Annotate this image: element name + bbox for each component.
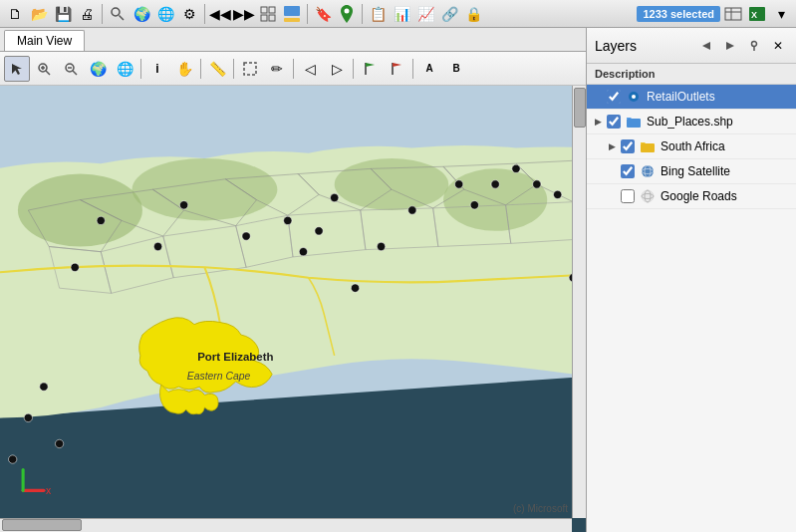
layer-icon-sa [639,137,657,155]
tool-save[interactable]: 💾 [52,3,74,25]
tool-globe1[interactable]: 🌍 [131,3,152,25]
selected-count-badge: 1233 selected [637,6,720,22]
svg-rect-21 [244,63,256,75]
layers-back-btn[interactable] [696,36,716,56]
layer-name-sa: South Africa [661,139,792,153]
map-sep6 [412,59,413,79]
layer-checkbox-bing[interactable] [621,164,635,178]
tool-more[interactable]: ▾ [770,3,792,25]
tool-print[interactable]: 🖨 [76,3,98,25]
layer-checkbox-sub[interactable] [607,115,621,129]
layers-pin-btn[interactable] [744,36,764,56]
main-view-tab[interactable]: Main View [4,30,85,51]
map-tool-draw[interactable]: ✏ [264,56,290,82]
svg-point-38 [242,232,250,240]
tool-extra2[interactable]: 📊 [391,3,412,25]
map-hscroll-thumb[interactable] [2,519,82,531]
layers-forward-btn[interactable] [720,36,740,56]
tool-color[interactable] [281,3,303,25]
tool-grid[interactable] [257,3,279,25]
map-vscroll-thumb[interactable] [574,88,586,128]
layer-expand-bing[interactable] [605,164,619,178]
svg-point-41 [315,227,323,235]
layer-checkbox-google[interactable] [621,189,635,203]
map-svg: Port Elizabeth Eastern Cape x [0,86,586,532]
tool-bookmark[interactable]: 🔖 [312,3,334,25]
sep3 [307,4,308,24]
svg-point-32 [55,439,63,447]
map-tool-extra2[interactable]: B [443,56,469,82]
map-hscroll[interactable] [0,518,572,532]
map-tool-globe-zoom[interactable]: 🌍 [85,56,111,82]
svg-point-60 [752,41,757,46]
svg-point-31 [24,413,32,421]
layer-name-bing: Bing Satellite [661,164,792,178]
map-tool-flag-green[interactable] [357,56,383,82]
map-tool-measure[interactable]: 📏 [204,56,230,82]
layers-col-header: Description [587,64,796,85]
svg-point-45 [408,206,416,214]
svg-point-44 [377,242,385,250]
svg-rect-5 [269,15,275,21]
svg-point-26 [18,174,142,247]
map-tool-pointer[interactable] [4,56,30,82]
tool-open[interactable]: 📂 [28,3,50,25]
map-tool-flag-red[interactable] [384,56,409,82]
map-tool-forward[interactable]: ▷ [324,56,350,82]
map-tool-identify[interactable]: i [144,56,170,82]
map-tool-zoom-in[interactable] [31,56,57,82]
layer-item-retail-outlets[interactable]: RetailOutlets [587,85,796,110]
tool-marker[interactable] [336,3,358,25]
tool-search[interactable] [107,3,129,25]
tool-extra3[interactable]: 📈 [414,3,436,25]
map-sep2 [200,59,201,79]
layers-close-btn[interactable]: ✕ [768,36,788,56]
map-vscroll[interactable] [572,86,586,518]
svg-line-15 [46,71,50,75]
svg-line-19 [73,71,77,75]
tool-extra1[interactable]: 📋 [367,3,389,25]
layer-item-google[interactable]: Google Roads [587,184,796,209]
tool-settings[interactable]: ⚙ [178,3,200,25]
map-tool-globe-full[interactable]: 🌐 [112,56,137,82]
svg-rect-3 [269,7,275,13]
layer-expand-sub[interactable]: ▶ [591,115,605,129]
tool-extra4[interactable]: 🔗 [438,3,460,25]
layer-expand-google[interactable] [605,189,619,203]
map-tool-zoom-out[interactable] [58,56,84,82]
layer-expand-retail[interactable] [591,90,605,104]
layer-item-sub-places[interactable]: ▶ Sub_Places.shp [587,110,796,134]
main-container: Main View 🌍 🌐 i ✋ 📏 ✏ [0,28,796,532]
layer-item-south-africa[interactable]: ▶ South Africa [587,134,796,159]
svg-point-48 [491,180,499,188]
svg-point-46 [455,180,463,188]
layer-checkbox-sa[interactable] [621,139,635,153]
layer-checkbox-retail[interactable] [607,90,621,104]
map-tool-extra1[interactable]: A [416,56,442,82]
map-tool-pan[interactable]: ✋ [171,56,197,82]
left-panel: Main View 🌍 🌐 i ✋ 📏 ✏ [0,28,587,532]
tool-globe2[interactable]: 🌐 [154,3,176,25]
map-tool-back[interactable]: ◁ [297,56,323,82]
svg-point-36 [153,242,161,250]
map-tool-select-rect[interactable] [237,56,263,82]
layer-icon-bing [639,162,657,180]
tool-table[interactable] [722,3,744,25]
svg-text:X: X [751,10,757,20]
svg-marker-58 [702,42,710,50]
tool-excel[interactable]: X [746,3,768,25]
tool-back[interactable]: ◀◀ [209,3,231,25]
svg-point-50 [533,180,541,188]
layer-expand-sa[interactable]: ▶ [605,139,619,153]
svg-rect-6 [284,6,300,16]
tool-extra5[interactable]: 🔒 [462,3,484,25]
layer-icon-retail [625,88,643,106]
layer-item-bing[interactable]: Bing Satellite [587,159,796,184]
svg-rect-9 [725,8,741,20]
tool-new[interactable]: 🗋 [4,3,26,25]
tool-forward[interactable]: ▶▶ [233,3,255,25]
svg-point-37 [179,201,187,209]
map-view[interactable]: Port Elizabeth Eastern Cape x (c) Micros… [0,86,586,532]
map-sep5 [353,59,354,79]
layers-header: Layers ✕ [587,28,796,64]
